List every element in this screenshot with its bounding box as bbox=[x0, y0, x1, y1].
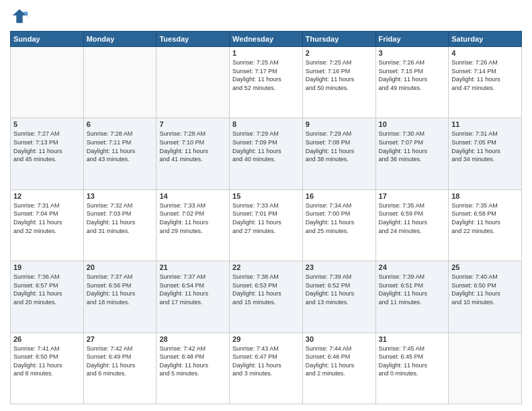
calendar-week-row: 5Sunrise: 7:27 AM Sunset: 7:13 PM Daylig… bbox=[11, 118, 522, 189]
day-number: 2 bbox=[306, 49, 373, 57]
calendar-cell: 20Sunrise: 7:37 AM Sunset: 6:56 PM Dayli… bbox=[83, 261, 157, 332]
day-number: 30 bbox=[306, 335, 373, 343]
weekday-header-tuesday: Tuesday bbox=[157, 32, 230, 47]
day-number: 27 bbox=[87, 335, 154, 343]
day-number: 1 bbox=[232, 49, 300, 57]
day-info: Sunrise: 7:38 AM Sunset: 6:53 PM Dayligh… bbox=[232, 273, 300, 306]
day-info: Sunrise: 7:43 AM Sunset: 6:47 PM Dayligh… bbox=[232, 345, 300, 378]
day-number: 5 bbox=[13, 120, 81, 128]
day-number: 18 bbox=[451, 192, 519, 200]
day-number: 28 bbox=[159, 335, 226, 343]
calendar-cell: 8Sunrise: 7:29 AM Sunset: 7:09 PM Daylig… bbox=[230, 118, 303, 189]
calendar-cell: 29Sunrise: 7:43 AM Sunset: 6:47 PM Dayli… bbox=[230, 332, 303, 404]
calendar-cell: 9Sunrise: 7:29 AM Sunset: 7:08 PM Daylig… bbox=[302, 118, 375, 189]
day-info: Sunrise: 7:26 AM Sunset: 7:14 PM Dayligh… bbox=[451, 58, 519, 92]
calendar-cell: 2Sunrise: 7:25 AM Sunset: 7:16 PM Daylig… bbox=[302, 47, 375, 118]
day-number: 16 bbox=[306, 192, 373, 200]
day-info: Sunrise: 7:35 AM Sunset: 6:58 PM Dayligh… bbox=[451, 201, 519, 235]
day-info: Sunrise: 7:27 AM Sunset: 7:13 PM Dayligh… bbox=[13, 130, 81, 163]
day-info: Sunrise: 7:31 AM Sunset: 7:05 PM Dayligh… bbox=[451, 130, 519, 163]
calendar-cell: 7Sunrise: 7:28 AM Sunset: 7:10 PM Daylig… bbox=[157, 118, 230, 189]
calendar-week-row: 12Sunrise: 7:31 AM Sunset: 7:04 PM Dayli… bbox=[11, 189, 522, 261]
day-info: Sunrise: 7:40 AM Sunset: 6:50 PM Dayligh… bbox=[451, 273, 519, 306]
day-info: Sunrise: 7:28 AM Sunset: 7:10 PM Dayligh… bbox=[159, 130, 226, 163]
day-info: Sunrise: 7:39 AM Sunset: 6:51 PM Dayligh… bbox=[379, 273, 446, 306]
day-info: Sunrise: 7:37 AM Sunset: 6:56 PM Dayligh… bbox=[87, 273, 154, 306]
day-number: 12 bbox=[13, 192, 81, 200]
day-info: Sunrise: 7:28 AM Sunset: 7:11 PM Dayligh… bbox=[87, 130, 154, 163]
day-number: 22 bbox=[232, 263, 300, 271]
calendar-cell: 14Sunrise: 7:33 AM Sunset: 7:02 PM Dayli… bbox=[157, 189, 230, 261]
day-number: 11 bbox=[451, 120, 519, 128]
weekday-header-monday: Monday bbox=[83, 32, 157, 47]
calendar-cell: 18Sunrise: 7:35 AM Sunset: 6:58 PM Dayli… bbox=[449, 189, 522, 261]
calendar-cell bbox=[157, 47, 230, 118]
day-info: Sunrise: 7:33 AM Sunset: 7:02 PM Dayligh… bbox=[159, 201, 226, 235]
day-number: 6 bbox=[87, 120, 154, 128]
calendar-cell bbox=[449, 332, 522, 404]
day-info: Sunrise: 7:41 AM Sunset: 6:50 PM Dayligh… bbox=[13, 345, 81, 378]
day-number: 21 bbox=[159, 263, 226, 271]
day-number: 14 bbox=[159, 192, 226, 200]
day-info: Sunrise: 7:25 AM Sunset: 7:16 PM Dayligh… bbox=[306, 58, 373, 92]
calendar-cell: 5Sunrise: 7:27 AM Sunset: 7:13 PM Daylig… bbox=[11, 118, 84, 189]
day-info: Sunrise: 7:25 AM Sunset: 7:17 PM Dayligh… bbox=[232, 58, 300, 92]
weekday-header-saturday: Saturday bbox=[449, 32, 522, 47]
day-number: 26 bbox=[13, 335, 81, 343]
weekday-header-wednesday: Wednesday bbox=[230, 32, 303, 47]
calendar-cell: 15Sunrise: 7:33 AM Sunset: 7:01 PM Dayli… bbox=[230, 189, 303, 261]
calendar-cell: 1Sunrise: 7:25 AM Sunset: 7:17 PM Daylig… bbox=[230, 47, 303, 118]
weekday-header-friday: Friday bbox=[375, 32, 449, 47]
day-info: Sunrise: 7:26 AM Sunset: 7:15 PM Dayligh… bbox=[379, 58, 446, 92]
calendar-cell bbox=[11, 47, 84, 118]
calendar-cell: 13Sunrise: 7:32 AM Sunset: 7:03 PM Dayli… bbox=[83, 189, 157, 261]
weekday-header-row: SundayMondayTuesdayWednesdayThursdayFrid… bbox=[11, 32, 522, 47]
weekday-header-sunday: Sunday bbox=[11, 32, 84, 47]
day-info: Sunrise: 7:35 AM Sunset: 6:59 PM Dayligh… bbox=[379, 201, 446, 235]
day-number: 17 bbox=[379, 192, 446, 200]
day-info: Sunrise: 7:44 AM Sunset: 6:46 PM Dayligh… bbox=[306, 345, 373, 378]
day-info: Sunrise: 7:32 AM Sunset: 7:03 PM Dayligh… bbox=[87, 201, 154, 235]
weekday-header-thursday: Thursday bbox=[302, 32, 375, 47]
day-number: 25 bbox=[451, 263, 519, 271]
calendar-cell: 31Sunrise: 7:45 AM Sunset: 6:45 PM Dayli… bbox=[375, 332, 449, 404]
calendar-cell: 19Sunrise: 7:36 AM Sunset: 6:57 PM Dayli… bbox=[11, 261, 84, 332]
page: SundayMondayTuesdayWednesdayThursdayFrid… bbox=[0, 0, 532, 411]
day-number: 24 bbox=[379, 263, 446, 271]
logo bbox=[10, 7, 32, 26]
day-number: 9 bbox=[306, 120, 373, 128]
day-info: Sunrise: 7:33 AM Sunset: 7:01 PM Dayligh… bbox=[232, 201, 300, 235]
calendar-cell: 12Sunrise: 7:31 AM Sunset: 7:04 PM Dayli… bbox=[11, 189, 84, 261]
calendar-cell: 27Sunrise: 7:42 AM Sunset: 6:49 PM Dayli… bbox=[83, 332, 157, 404]
calendar-cell bbox=[83, 47, 157, 118]
day-number: 8 bbox=[232, 120, 300, 128]
calendar-cell: 30Sunrise: 7:44 AM Sunset: 6:46 PM Dayli… bbox=[302, 332, 375, 404]
calendar-cell: 24Sunrise: 7:39 AM Sunset: 6:51 PM Dayli… bbox=[375, 261, 449, 332]
day-number: 15 bbox=[232, 192, 300, 200]
day-number: 23 bbox=[306, 263, 373, 271]
day-info: Sunrise: 7:29 AM Sunset: 7:08 PM Dayligh… bbox=[306, 130, 373, 163]
day-number: 29 bbox=[232, 335, 300, 343]
calendar-cell: 11Sunrise: 7:31 AM Sunset: 7:05 PM Dayli… bbox=[449, 118, 522, 189]
day-info: Sunrise: 7:37 AM Sunset: 6:54 PM Dayligh… bbox=[159, 273, 226, 306]
day-info: Sunrise: 7:29 AM Sunset: 7:09 PM Dayligh… bbox=[232, 130, 300, 163]
calendar-week-row: 19Sunrise: 7:36 AM Sunset: 6:57 PM Dayli… bbox=[11, 261, 522, 332]
day-info: Sunrise: 7:42 AM Sunset: 6:48 PM Dayligh… bbox=[159, 345, 226, 378]
calendar-cell: 23Sunrise: 7:39 AM Sunset: 6:52 PM Dayli… bbox=[302, 261, 375, 332]
day-info: Sunrise: 7:31 AM Sunset: 7:04 PM Dayligh… bbox=[13, 201, 81, 235]
calendar-cell: 25Sunrise: 7:40 AM Sunset: 6:50 PM Dayli… bbox=[449, 261, 522, 332]
day-info: Sunrise: 7:39 AM Sunset: 6:52 PM Dayligh… bbox=[306, 273, 373, 306]
day-number: 3 bbox=[379, 49, 446, 57]
calendar-cell: 10Sunrise: 7:30 AM Sunset: 7:07 PM Dayli… bbox=[375, 118, 449, 189]
header bbox=[10, 7, 522, 26]
day-number: 4 bbox=[451, 49, 519, 57]
day-number: 10 bbox=[379, 120, 446, 128]
day-info: Sunrise: 7:34 AM Sunset: 7:00 PM Dayligh… bbox=[306, 201, 373, 235]
day-number: 19 bbox=[13, 263, 81, 271]
day-info: Sunrise: 7:42 AM Sunset: 6:49 PM Dayligh… bbox=[87, 345, 154, 378]
day-info: Sunrise: 7:36 AM Sunset: 6:57 PM Dayligh… bbox=[13, 273, 81, 306]
calendar-table: SundayMondayTuesdayWednesdayThursdayFrid… bbox=[10, 31, 522, 404]
day-number: 7 bbox=[159, 120, 226, 128]
calendar-cell: 21Sunrise: 7:37 AM Sunset: 6:54 PM Dayli… bbox=[157, 261, 230, 332]
day-number: 13 bbox=[87, 192, 154, 200]
